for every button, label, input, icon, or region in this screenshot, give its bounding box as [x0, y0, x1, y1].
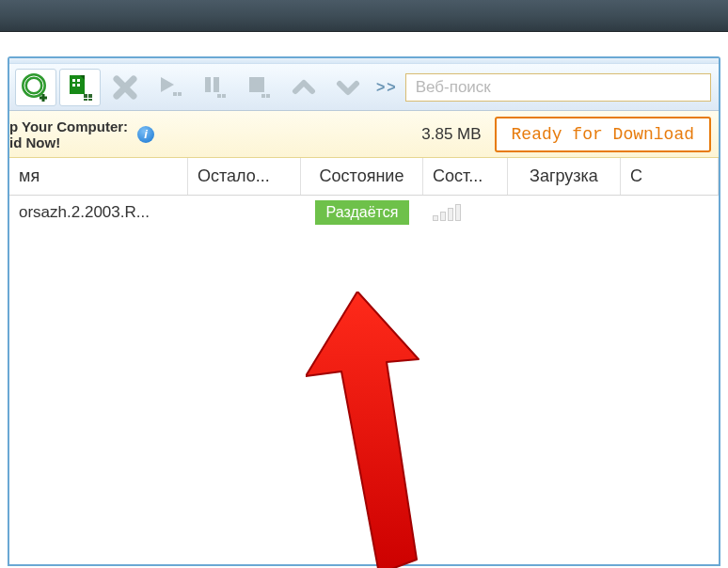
svg-rect-22: [222, 94, 226, 98]
table-row[interactable]: orsazh.2.2003.R... Раздаётся: [9, 196, 719, 229]
col-name[interactable]: мя: [9, 158, 188, 195]
svg-rect-8: [72, 84, 75, 87]
overflow-label: >>: [376, 79, 398, 96]
add-torrent-url-button[interactable]: [15, 69, 56, 106]
toolbar: >> Веб-поиск: [9, 64, 719, 111]
signal-bars-icon: [433, 204, 461, 221]
move-down-button[interactable]: [327, 69, 369, 106]
update-line2: id Now!: [9, 134, 128, 150]
svg-rect-18: [178, 92, 182, 96]
app-window: >> Веб-поиск p Your Computer: id Now! i …: [8, 56, 720, 566]
state-badge: Раздаётся: [315, 200, 410, 225]
cell-status: [423, 204, 508, 221]
svg-rect-17: [173, 92, 177, 96]
col-extra[interactable]: C: [621, 158, 719, 195]
svg-rect-23: [249, 77, 264, 92]
pause-button[interactable]: [194, 69, 235, 106]
toolbar-overflow[interactable]: >>: [376, 79, 398, 96]
cell-name: orsazh.2.2003.R...: [9, 203, 188, 222]
svg-rect-13: [88, 99, 92, 101]
toolbar-group-playback: [150, 69, 279, 106]
cell-state: Раздаётся: [301, 200, 423, 225]
search-placeholder: Веб-поиск: [416, 78, 491, 97]
svg-marker-16: [161, 77, 174, 92]
svg-rect-11: [88, 94, 92, 98]
torrent-table-body: orsazh.2.2003.R... Раздаётся: [9, 196, 719, 566]
update-text: p Your Computer: id Now!: [9, 118, 128, 150]
svg-rect-9: [77, 84, 80, 87]
update-size: 3.85 MB: [421, 125, 481, 144]
update-notification-bar: p Your Computer: id Now! i 3.85 MB Ready…: [9, 111, 719, 158]
stop-button[interactable]: [238, 69, 279, 106]
update-line1: p Your Computer:: [9, 118, 128, 134]
svg-rect-12: [84, 99, 87, 101]
move-up-button[interactable]: [283, 69, 324, 106]
start-button[interactable]: [150, 69, 191, 106]
svg-rect-19: [205, 77, 211, 92]
torrent-table-header: мя Остало... Состояние Сост... Загрузка …: [9, 158, 719, 196]
col-remaining[interactable]: Остало...: [188, 158, 301, 195]
toolbar-group-move: [283, 69, 369, 106]
col-state[interactable]: Состояние: [301, 158, 423, 195]
toolbar-group-add: [15, 69, 101, 106]
chrome-gap: [0, 32, 728, 56]
svg-rect-20: [214, 77, 219, 92]
add-torrent-file-button[interactable]: [59, 69, 101, 106]
ready-label: Ready for Download: [512, 125, 694, 144]
os-titlebar: [0, 0, 728, 32]
ready-for-download-button[interactable]: Ready for Download: [495, 117, 711, 152]
svg-rect-10: [84, 94, 87, 98]
col-status[interactable]: Сост...: [423, 158, 508, 195]
remove-button[interactable]: [104, 69, 146, 106]
svg-rect-7: [77, 79, 80, 82]
svg-rect-24: [261, 94, 265, 98]
svg-rect-6: [72, 79, 75, 82]
col-download[interactable]: Загрузка: [508, 158, 621, 195]
web-search-input[interactable]: Веб-поиск: [405, 73, 711, 102]
svg-rect-21: [217, 94, 221, 98]
toolbar-group-remove: [104, 69, 146, 106]
info-icon: i: [137, 126, 154, 143]
svg-rect-25: [266, 94, 270, 98]
